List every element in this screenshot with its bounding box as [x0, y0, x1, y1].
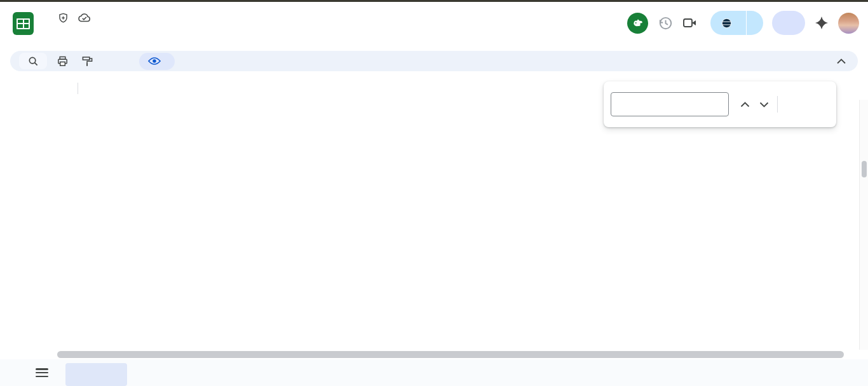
- extension-logo-icon[interactable]: [627, 13, 648, 34]
- find-panel: [604, 81, 836, 127]
- sheet-tab-bar: [0, 359, 868, 386]
- find-close-icon[interactable]: [801, 95, 820, 114]
- version-history-icon[interactable]: [657, 15, 674, 31]
- horizontal-scrollbar[interactable]: [0, 350, 868, 359]
- appbar-right-cluster: [627, 9, 859, 37]
- upgrade-button[interactable]: [772, 11, 805, 35]
- spreadsheet-grid: [0, 100, 868, 350]
- title-row: [41, 9, 92, 27]
- find-previous-icon[interactable]: [735, 95, 754, 114]
- find-more-options-icon[interactable]: [782, 95, 801, 114]
- cloud-saved-icon[interactable]: [78, 12, 92, 24]
- share-button[interactable]: [710, 11, 763, 35]
- view-only-chip[interactable]: [139, 53, 175, 70]
- horizontal-scrollbar-thumb[interactable]: [57, 351, 844, 358]
- print-icon[interactable]: [53, 53, 72, 69]
- paint-format-icon[interactable]: [78, 53, 100, 69]
- vertical-scrollbar-thumb[interactable]: [862, 161, 867, 177]
- google-sheets-window: [0, 0, 868, 386]
- find-next-icon[interactable]: [754, 95, 773, 114]
- vertical-scrollbar[interactable]: [859, 100, 868, 350]
- collapse-toolbar-icon[interactable]: [834, 53, 849, 69]
- search-icon[interactable]: [19, 53, 47, 69]
- sheet-tab-sheet1[interactable]: [65, 363, 127, 386]
- meet-camera-icon[interactable]: [682, 17, 702, 29]
- find-input[interactable]: [611, 92, 729, 116]
- app-bar: [0, 2, 868, 49]
- approval-badge-icon[interactable]: [57, 12, 69, 24]
- eye-icon: [148, 57, 161, 65]
- user-avatar[interactable]: [838, 13, 859, 34]
- toolbar: [10, 51, 858, 71]
- formula-bar-divider: [78, 83, 78, 94]
- globe-icon: [721, 17, 733, 29]
- all-sheets-menu-icon[interactable]: [36, 368, 48, 377]
- sheets-logo-icon[interactable]: [13, 12, 34, 35]
- share-divider: [746, 11, 747, 35]
- find-panel-divider: [777, 96, 778, 113]
- share-main[interactable]: [710, 11, 746, 35]
- gemini-icon[interactable]: [814, 15, 829, 31]
